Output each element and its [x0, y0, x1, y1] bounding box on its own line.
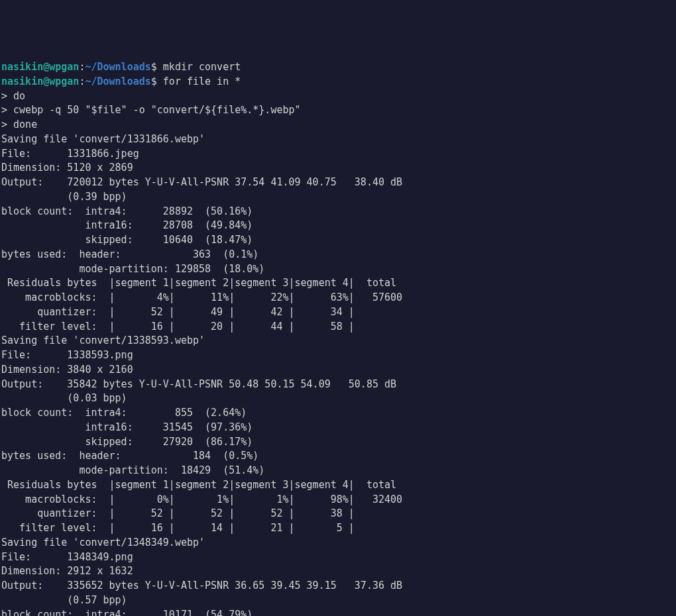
output-line: (0.03 bpp)	[1, 392, 127, 404]
output-line: Dimension: 2912 x 1632	[1, 565, 133, 577]
command-for: for file in *	[163, 76, 241, 87]
output-line: Output: 35842 bytes Y-U-V-All-PSNR 50.48…	[1, 378, 396, 390]
output-line: intra16: 31545 (97.36%)	[1, 421, 253, 433]
output-line: filter level: | 16 | 14 | 21 | 5 |	[1, 522, 355, 534]
output-line: Saving file 'convert/1348349.webp'	[1, 537, 205, 548]
command-done: > done	[1, 119, 37, 130]
output-line: Output: 720012 bytes Y-U-V-All-PSNR 37.5…	[1, 176, 402, 188]
output-line: Dimension: 5120 x 2869	[1, 162, 133, 174]
command-do: > do	[1, 90, 25, 102]
output-line: File: 1348349.png	[1, 551, 133, 563]
output-line: Saving file 'convert/1331866.webp'	[1, 133, 205, 145]
prompt-dollar: $	[151, 76, 157, 87]
output-line: File: 1331866.jpeg	[1, 148, 139, 160]
output-line: mode-partition: 18429 (51.4%)	[1, 464, 264, 476]
output-line: macroblocks: | 0%| 1%| 1%| 98%| 32400	[1, 493, 402, 505]
prompt-at: @	[43, 76, 49, 87]
output-line: quantizer: | 52 | 52 | 52 | 38 |	[1, 507, 355, 519]
prompt-dollar: $	[151, 61, 157, 73]
output-line: quantizer: | 52 | 49 | 42 | 34 |	[1, 306, 355, 318]
output-line: bytes used: header: 184 (0.5%)	[1, 450, 258, 462]
output-line: filter level: | 16 | 20 | 44 | 58 |	[1, 321, 355, 333]
output-line: macroblocks: | 4%| 11%| 22%| 63%| 57600	[1, 291, 402, 303]
output-line: Output: 335652 bytes Y-U-V-All-PSNR 36.6…	[1, 580, 402, 591]
output-line: block count: intra4: 28892 (50.16%)	[1, 205, 253, 217]
prompt-host: wpgan	[49, 61, 79, 73]
output-line: (0.57 bpp)	[1, 594, 127, 606]
output-line: bytes used: header: 363 (0.1%)	[1, 248, 258, 260]
prompt-at: @	[43, 61, 49, 73]
terminal-output[interactable]: nasikin@wpgan:~/Downloads$ mkdir convert…	[1, 60, 675, 616]
prompt-host: wpgan	[49, 76, 79, 87]
prompt-user: nasikin	[1, 76, 43, 87]
output-line: Residuals bytes |segment 1|segment 2|seg…	[1, 277, 396, 289]
output-line: File: 1338593.png	[1, 349, 133, 361]
output-line: Dimension: 3840 x 2160	[1, 364, 133, 376]
command-mkdir: mkdir convert	[163, 61, 241, 73]
prompt-path: ~/Downloads	[85, 76, 150, 87]
prompt-user: nasikin	[1, 61, 43, 73]
output-line: block count: intra4: 855 (2.64%)	[1, 407, 247, 419]
output-line: Residuals bytes |segment 1|segment 2|seg…	[1, 479, 396, 491]
output-line: Saving file 'convert/1338593.webp'	[1, 334, 205, 346]
prompt-path: ~/Downloads	[85, 61, 150, 73]
output-line: (0.39 bpp)	[1, 191, 127, 203]
output-line: block count: intra4: 10171 (54.79%)	[1, 609, 253, 617]
output-line: skipped: 10640 (18.47%)	[1, 234, 253, 246]
command-cwebp: > cwebp -q 50 "$file" -o "convert/${file…	[1, 104, 301, 116]
output-line: intra16: 28708 (49.84%)	[1, 219, 253, 231]
output-line: skipped: 27920 (86.17%)	[1, 436, 253, 448]
output-line: mode-partition: 129858 (18.0%)	[1, 263, 264, 275]
